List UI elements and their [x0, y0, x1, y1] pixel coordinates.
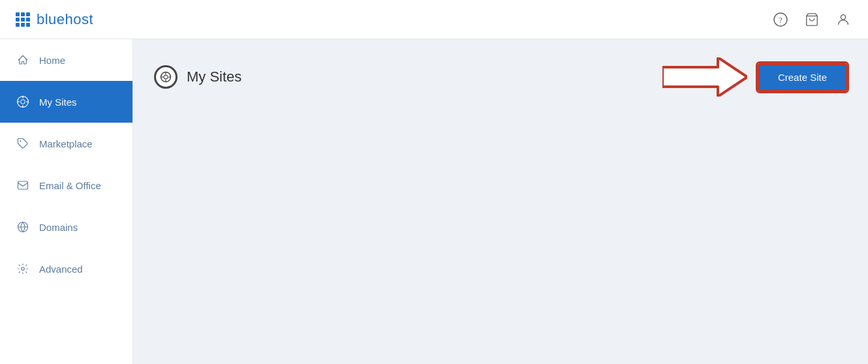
tag-icon	[16, 138, 30, 149]
sidebar-item-email-office[interactable]: Email & Office	[0, 164, 132, 206]
header: bluehost ?	[0, 0, 868, 39]
sidebar-item-advanced[interactable]: Advanced	[0, 248, 132, 290]
globe-icon	[16, 221, 30, 233]
page-title: My Sites	[187, 68, 241, 85]
layout: Home My Sites Marketplace	[0, 39, 868, 364]
sidebar-my-sites-label: My Sites	[39, 97, 77, 108]
sidebar-marketplace-label: Marketplace	[39, 138, 93, 149]
user-icon[interactable]	[834, 10, 852, 29]
grid-icon	[16, 12, 30, 27]
help-icon[interactable]: ?	[771, 10, 790, 29]
sidebar-email-office-label: Email & Office	[39, 180, 101, 191]
cart-icon[interactable]	[803, 10, 821, 29]
sidebar-item-home[interactable]: Home	[0, 39, 132, 81]
svg-point-9	[22, 267, 25, 271]
page-title-area: My Sites	[154, 65, 241, 89]
svg-point-11	[164, 75, 168, 79]
envelope-icon	[16, 179, 30, 191]
sidebar-advanced-label: Advanced	[39, 264, 83, 275]
sidebar-item-domains[interactable]: Domains	[0, 206, 132, 248]
wordpress-icon	[16, 95, 30, 108]
sidebar-home-label: Home	[39, 55, 65, 66]
red-arrow-icon	[662, 57, 747, 97]
svg-point-6	[20, 140, 21, 142]
sidebar-domains-label: Domains	[39, 222, 78, 233]
sidebar: Home My Sites Marketplace	[0, 39, 133, 364]
svg-text:?: ?	[779, 15, 783, 25]
wordpress-page-icon	[154, 65, 178, 89]
header-icons: ?	[771, 10, 852, 29]
main-content: My Sites Create Site	[133, 39, 868, 364]
svg-point-3	[841, 14, 845, 19]
sidebar-item-my-sites[interactable]: My Sites	[0, 81, 132, 123]
svg-marker-12	[662, 57, 747, 97]
sidebar-item-marketplace[interactable]: Marketplace	[0, 123, 132, 164]
svg-rect-7	[18, 181, 28, 189]
cog-icon	[16, 263, 30, 275]
page-header: My Sites Create Site	[154, 57, 847, 97]
logo-area: bluehost	[16, 11, 93, 28]
create-site-button[interactable]: Create Site	[758, 63, 847, 91]
logo-text: bluehost	[37, 11, 93, 28]
home-icon	[16, 54, 30, 66]
arrow-area: Create Site	[662, 57, 847, 97]
svg-point-5	[21, 100, 25, 104]
